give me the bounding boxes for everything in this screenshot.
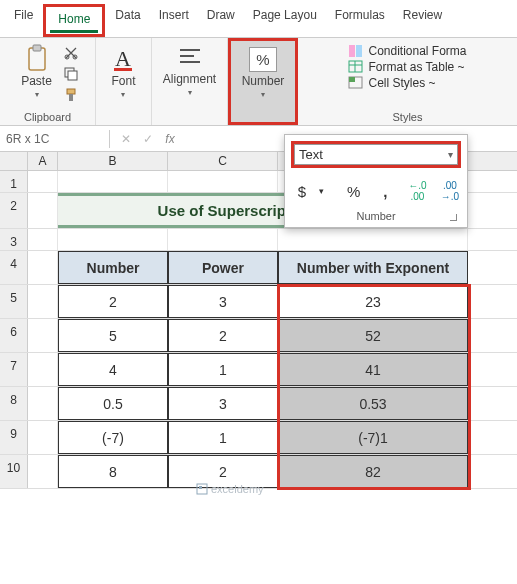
paste-button[interactable]: Paste ▾: [15, 42, 58, 101]
tab-draw[interactable]: Draw: [199, 4, 243, 37]
comma-button[interactable]: ,: [376, 183, 394, 200]
cell-exponent[interactable]: 82: [278, 455, 468, 488]
alignment-label: Alignment: [163, 72, 216, 86]
cell-power[interactable]: 1: [168, 421, 278, 454]
header-exponent[interactable]: Number with Exponent: [278, 251, 468, 284]
conditional-formatting-label: Conditional Forma: [368, 44, 466, 58]
format-as-table-label: Format as Table ~: [368, 60, 464, 74]
number-format-value: Text: [299, 147, 323, 162]
increase-decimal-button[interactable]: ←.0.00: [408, 180, 426, 202]
cell[interactable]: [168, 171, 278, 192]
currency-dropdown[interactable]: ▾: [313, 186, 331, 196]
currency-button[interactable]: $: [293, 183, 311, 200]
row-header[interactable]: 6: [0, 319, 28, 352]
font-button[interactable]: A Font ▾: [105, 42, 141, 101]
cell-number[interactable]: 4: [58, 353, 168, 386]
cell[interactable]: [58, 171, 168, 192]
format-as-table-button[interactable]: Format as Table ~: [348, 60, 466, 74]
cell-exponent[interactable]: 41: [278, 353, 468, 386]
row-header[interactable]: 9: [0, 421, 28, 454]
cell[interactable]: [28, 171, 58, 192]
copy-button[interactable]: [62, 65, 80, 83]
cell[interactable]: [28, 319, 58, 352]
cell-power[interactable]: 2: [168, 455, 278, 488]
row-header[interactable]: 7: [0, 353, 28, 386]
row-header[interactable]: 2: [0, 193, 28, 228]
col-header-a[interactable]: A: [28, 152, 58, 170]
percent-button[interactable]: %: [345, 183, 363, 200]
ribbon-group-clipboard: Paste ▾ Clipboard: [0, 38, 96, 125]
cell-number[interactable]: 8: [58, 455, 168, 488]
row-9: 9 (-7) 1 (-7)1: [0, 421, 517, 455]
row-3: 3: [0, 229, 517, 251]
number-format-button[interactable]: % Number ▾: [236, 45, 291, 101]
row-header[interactable]: 5: [0, 285, 28, 318]
row-header[interactable]: 4: [0, 251, 28, 284]
alignment-button[interactable]: Alignment ▾: [157, 42, 222, 99]
cell-exponent[interactable]: (-7)1: [278, 421, 468, 454]
cell[interactable]: [28, 455, 58, 488]
format-painter-button[interactable]: [62, 86, 80, 104]
row-5: 5 2 3 23: [0, 285, 517, 319]
cancel-formula-button[interactable]: ✕: [118, 132, 134, 146]
cell[interactable]: [28, 421, 58, 454]
decrease-decimal-button[interactable]: .00→.0: [441, 180, 459, 202]
tab-page-layout[interactable]: Page Layou: [245, 4, 325, 37]
cell[interactable]: [28, 193, 58, 228]
col-header-c[interactable]: C: [168, 152, 278, 170]
cell-power[interactable]: 1: [168, 353, 278, 386]
row-4: 4 Number Power Number with Exponent: [0, 251, 517, 285]
format-select-highlight: Text ▾: [291, 141, 461, 168]
row-header[interactable]: 8: [0, 387, 28, 420]
header-number[interactable]: Number: [58, 251, 168, 284]
tab-file[interactable]: File: [6, 4, 41, 37]
cell-exponent[interactable]: 0.53: [278, 387, 468, 420]
ribbon-group-alignment: Alignment ▾: [152, 38, 228, 125]
cut-button[interactable]: [62, 44, 80, 62]
fx-button[interactable]: fx: [162, 132, 178, 146]
cell[interactable]: [168, 229, 278, 250]
cell-number[interactable]: 2: [58, 285, 168, 318]
row-header[interactable]: 3: [0, 229, 28, 250]
cell-number[interactable]: (-7): [58, 421, 168, 454]
col-header-b[interactable]: B: [58, 152, 168, 170]
tab-insert[interactable]: Insert: [151, 4, 197, 37]
cell-power[interactable]: 3: [168, 387, 278, 420]
cell[interactable]: [58, 229, 168, 250]
row-header[interactable]: 1: [0, 171, 28, 192]
cell-power[interactable]: 2: [168, 319, 278, 352]
number-format-select[interactable]: Text ▾: [294, 144, 458, 165]
row-header[interactable]: 10: [0, 455, 28, 488]
cell[interactable]: [28, 353, 58, 386]
tab-review[interactable]: Review: [395, 4, 450, 37]
ribbon-tabs: File Home Data Insert Draw Page Layou Fo…: [0, 0, 517, 38]
svg-rect-7: [69, 94, 73, 101]
cell[interactable]: [28, 229, 58, 250]
cell-power[interactable]: 3: [168, 285, 278, 318]
alignment-icon: [177, 44, 203, 70]
cell[interactable]: [278, 229, 468, 250]
header-power[interactable]: Power: [168, 251, 278, 284]
cell[interactable]: [28, 285, 58, 318]
select-all-cell[interactable]: [0, 152, 28, 170]
styles-group-label: Styles: [393, 109, 423, 123]
cell-exponent[interactable]: 52: [278, 319, 468, 352]
chevron-down-icon: ▾: [261, 90, 265, 99]
cell-styles-button[interactable]: Cell Styles ~: [348, 76, 466, 90]
conditional-formatting-button[interactable]: Conditional Forma: [348, 44, 466, 58]
percent-icon: %: [249, 47, 276, 72]
confirm-formula-button[interactable]: ✓: [140, 132, 156, 146]
name-box[interactable]: 6R x 1C: [0, 130, 110, 148]
tab-formulas[interactable]: Formulas: [327, 4, 393, 37]
cell-exponent[interactable]: 23: [278, 285, 468, 318]
clipboard-icon: [25, 44, 49, 72]
svg-rect-6: [67, 89, 75, 94]
font-icon: A: [111, 44, 135, 72]
cell-number[interactable]: 5: [58, 319, 168, 352]
tab-home[interactable]: Home: [50, 8, 98, 33]
tab-home-highlight: Home: [43, 4, 105, 37]
cell[interactable]: [28, 251, 58, 284]
tab-data[interactable]: Data: [107, 4, 148, 37]
cell-number[interactable]: 0.5: [58, 387, 168, 420]
cell[interactable]: [28, 387, 58, 420]
